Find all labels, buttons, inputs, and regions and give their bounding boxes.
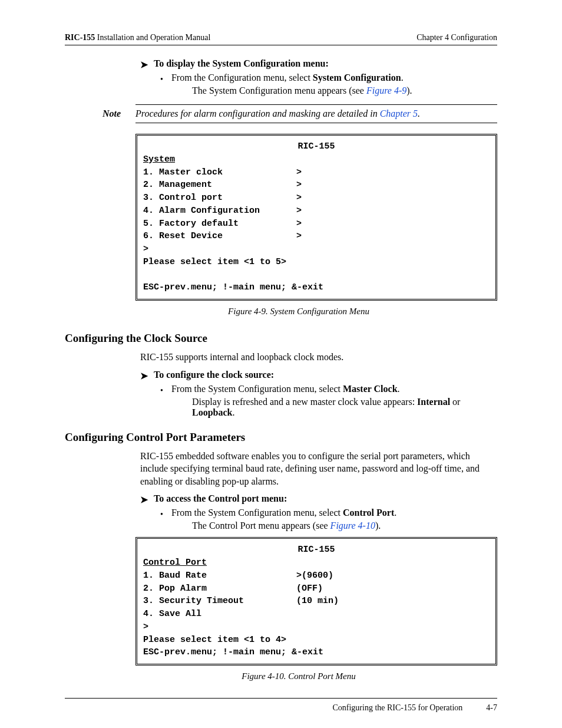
bullet-text: From the System Configuration menu, sele…	[171, 384, 400, 394]
terminal-heading: System	[143, 153, 490, 166]
terminal-select-hint: Please select item <1 to 4>	[143, 634, 490, 647]
section-heading: Configuring the Clock Source	[65, 332, 497, 345]
header-chapter: Chapter 4 Configuration	[416, 33, 497, 42]
menu-item: 2. Management>	[143, 179, 490, 192]
procedure-configure-clock: ➤ To configure the clock source: • From …	[140, 370, 497, 418]
arrow-icon: ➤	[140, 60, 148, 70]
terminal-prompt: >	[143, 621, 490, 634]
bullet-icon: •	[160, 510, 163, 519]
bullet-text: From the System Configuration menu, sele…	[171, 508, 396, 518]
terminal-footer: ESC-prev.menu; !-main menu; &-exit	[143, 281, 490, 294]
procedure-title: To access the Control port menu:	[154, 493, 287, 504]
sub-text: The System Configuration menu appears (s…	[192, 85, 497, 96]
terminal-system-menu: RIC-155 System 1. Master clock> 2. Manag…	[135, 134, 497, 301]
figure-caption: Figure 4-10. Control Port Menu	[100, 671, 497, 681]
terminal-title: RIC-155	[143, 140, 490, 153]
section-paragraph: RIC-155 supports internal and loopback c…	[140, 351, 497, 364]
bullet-icon: •	[160, 387, 163, 395]
bullet-icon: •	[160, 75, 163, 84]
terminal-title: RIC-155	[143, 543, 490, 556]
header-bar: RIC-155 Installation and Operation Manua…	[65, 33, 497, 45]
section-paragraph: RIC-155 embedded software enables you to…	[140, 450, 497, 488]
terminal-control-port-menu: RIC-155 Control Port 1. Baud Rate>(9600)…	[135, 537, 497, 666]
menu-item: 4. Save All	[143, 608, 490, 621]
section-heading: Configuring Control Port Parameters	[65, 431, 497, 444]
procedure-title: To configure the clock source:	[154, 370, 274, 380]
procedure-access-control-port: ➤ To access the Control port menu: • Fro…	[140, 493, 497, 531]
terminal-select-hint: Please select item <1 to 5>	[143, 256, 490, 269]
header-product: RIC-155	[65, 33, 95, 42]
note-text: Procedures for alarm configuration and m…	[135, 108, 420, 119]
bullet-text: From the Configuration menu, select Syst…	[171, 73, 404, 83]
note-label: Note	[103, 108, 135, 119]
arrow-icon: ➤	[140, 371, 148, 381]
page-footer: Configuring the RIC-155 for Operation 4-…	[65, 698, 497, 713]
menu-item: 1. Baud Rate>(9600)	[143, 569, 490, 582]
menu-item: 5. Factory default>	[143, 218, 490, 230]
header-left: RIC-155 Installation and Operation Manua…	[65, 33, 210, 42]
figure-link[interactable]: Figure 4-10	[330, 521, 375, 531]
figure-caption: Figure 4-9. System Configuration Menu	[100, 307, 497, 317]
procedure-title: To display the System Configuration menu…	[154, 58, 329, 69]
header-manual: Installation and Operation Manual	[95, 33, 210, 42]
sub-text: The Control Port menu appears (see Figur…	[192, 521, 497, 531]
menu-item: 4. Alarm Configuration>	[143, 205, 490, 218]
menu-item: 1. Master clock>	[143, 166, 490, 179]
procedure-display-system-config: ➤ To display the System Configuration me…	[140, 58, 497, 96]
footer-section: Configuring the RIC-155 for Operation	[332, 703, 462, 713]
figure-link[interactable]: Figure 4-9	[366, 85, 406, 95]
chapter-link[interactable]: Chapter 5	[380, 108, 418, 118]
terminal-footer: ESC-prev.menu; !-main menu; &-exit	[143, 646, 490, 659]
menu-item: 3. Security Timeout(10 min)	[143, 595, 490, 608]
arrow-icon: ➤	[140, 495, 148, 505]
terminal-heading: Control Port	[143, 556, 490, 569]
terminal-prompt: >	[143, 243, 490, 256]
sub-text: Display is refreshed and a new master cl…	[192, 397, 497, 418]
footer-page: 4-7	[486, 703, 497, 713]
page: RIC-155 Installation and Operation Manua…	[0, 0, 562, 728]
menu-item: 3. Control port>	[143, 192, 490, 205]
menu-item: 2. Pop Alarm(OFF)	[143, 582, 490, 595]
note-block: Note Procedures for alarm configuration …	[135, 104, 497, 123]
terminal-blank	[143, 269, 490, 282]
menu-item: 6. Reset Device>	[143, 230, 490, 243]
